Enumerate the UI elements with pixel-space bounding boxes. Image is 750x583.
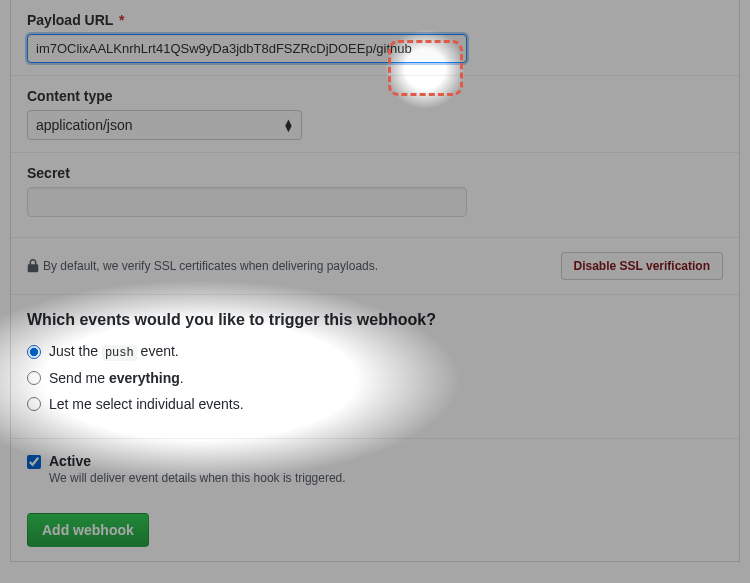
- content-type-label: Content type: [27, 88, 723, 104]
- event-radio-push[interactable]: [27, 345, 41, 359]
- event-radio-everything[interactable]: [27, 371, 41, 385]
- event-everything-pre: Send me: [49, 370, 109, 386]
- event-everything-bold: everything: [109, 370, 180, 386]
- event-push-post: event.: [137, 343, 179, 359]
- event-push-code: push: [102, 345, 137, 361]
- content-type-select-wrap: application/json ▲▼: [27, 110, 302, 140]
- event-everything-label: Send me everything.: [49, 370, 184, 386]
- ssl-row: By default, we verify SSL certificates w…: [11, 237, 739, 295]
- lock-icon: [27, 259, 39, 273]
- payload-url-section: Payload URL *: [11, 0, 739, 76]
- submit-section: Add webhook: [11, 499, 739, 561]
- secret-section: Secret: [11, 153, 739, 229]
- events-section: Which events would you like to trigger t…: [11, 295, 739, 438]
- payload-url-label-text: Payload URL: [27, 12, 113, 28]
- content-type-select[interactable]: application/json: [27, 110, 302, 140]
- secret-label: Secret: [27, 165, 723, 181]
- event-option-everything[interactable]: Send me everything.: [27, 370, 723, 386]
- ssl-text: By default, we verify SSL certificates w…: [27, 259, 378, 273]
- active-desc: We will deliver event details when this …: [49, 471, 346, 485]
- payload-url-input[interactable]: [27, 34, 467, 63]
- active-checkbox[interactable]: [27, 455, 41, 469]
- event-individual-label: Let me select individual events.: [49, 396, 244, 412]
- event-option-push[interactable]: Just the push event.: [27, 343, 723, 360]
- secret-input[interactable]: [27, 187, 467, 217]
- payload-url-label: Payload URL *: [27, 12, 723, 28]
- event-radio-individual[interactable]: [27, 397, 41, 411]
- event-push-label: Just the push event.: [49, 343, 179, 360]
- disable-ssl-button[interactable]: Disable SSL verification: [561, 252, 724, 280]
- active-checkbox-row: Active We will deliver event details whe…: [27, 453, 723, 485]
- webhook-form: Payload URL * Content type application/j…: [10, 0, 740, 562]
- event-option-individual[interactable]: Let me select individual events.: [27, 396, 723, 412]
- events-title: Which events would you like to trigger t…: [27, 311, 723, 329]
- active-section: Active We will deliver event details whe…: [11, 438, 739, 499]
- active-text-wrap: Active We will deliver event details whe…: [49, 453, 346, 485]
- required-asterisk: *: [119, 12, 124, 28]
- event-push-pre: Just the: [49, 343, 102, 359]
- content-type-section: Content type application/json ▲▼: [11, 76, 739, 153]
- active-label: Active: [49, 453, 346, 469]
- add-webhook-button[interactable]: Add webhook: [27, 513, 149, 547]
- ssl-text-content: By default, we verify SSL certificates w…: [43, 259, 378, 273]
- event-everything-post: .: [180, 370, 184, 386]
